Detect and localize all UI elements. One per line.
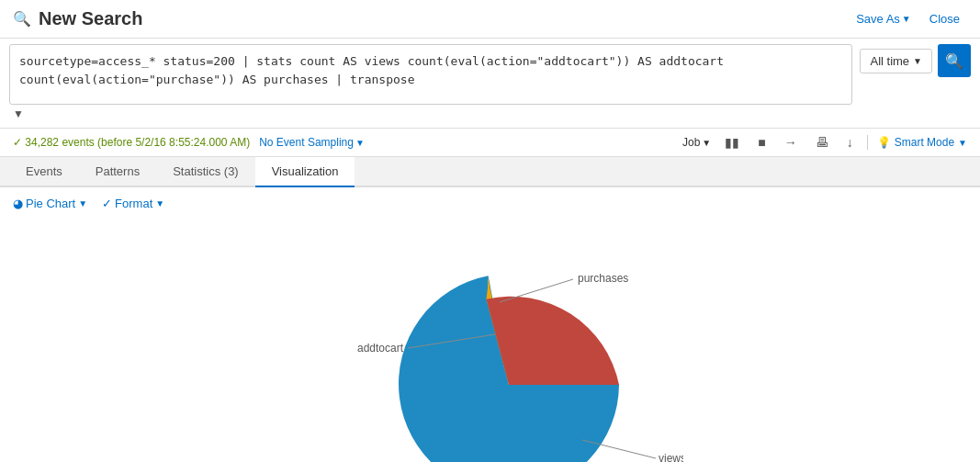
chevron-down-icon: ▼ xyxy=(902,14,911,24)
status-bar: ✓ 34,282 events (before 5/2/16 8:55:24.0… xyxy=(0,129,980,157)
purchases-label: purchases xyxy=(578,272,628,285)
top-bar-left: 🔍 New Search xyxy=(13,8,142,29)
no-event-sampling-button[interactable]: No Event Sampling ▼ xyxy=(259,136,365,149)
print-button[interactable]: 🖶 xyxy=(811,133,833,152)
search-icon: 🔍 xyxy=(13,10,31,28)
page-title: New Search xyxy=(39,8,142,29)
search-input[interactable]: sourcetype=access_* status=200 | stats c… xyxy=(9,44,852,105)
chevron-down-icon: ▼ xyxy=(913,56,922,66)
tab-statistics[interactable]: Statistics (3) xyxy=(156,157,255,187)
close-button[interactable]: Close xyxy=(922,8,967,29)
status-left: ✓ 34,282 events (before 5/2/16 8:55:24.0… xyxy=(13,136,365,149)
chevron-down-icon: ▼ xyxy=(702,138,711,148)
tabs-bar: Events Patterns Statistics (3) Visualiza… xyxy=(0,157,980,187)
divider xyxy=(867,135,868,150)
pie-chart-button[interactable]: ◕ Pie Chart ▼ xyxy=(13,197,87,210)
time-range-dropdown[interactable]: All time ▼ xyxy=(860,49,932,73)
chart-container: purchases addtocart views xyxy=(13,220,967,462)
chevron-down-icon: ▼ xyxy=(78,198,87,208)
format-icon: ✓ xyxy=(102,197,112,210)
chevron-down-icon: ▼ xyxy=(355,138,365,148)
pie-chart: purchases addtocart views xyxy=(298,238,683,462)
search-icon: 🔍 xyxy=(945,52,963,70)
viz-toolbar: ◕ Pie Chart ▼ ✓ Format ▼ xyxy=(13,197,967,210)
pause-button[interactable]: ▮▮ xyxy=(720,133,744,152)
smart-mode-button[interactable]: 💡 Smart Mode ▼ xyxy=(877,136,967,149)
collapse-button[interactable]: ▼ xyxy=(13,107,24,120)
stop-button[interactable]: ■ xyxy=(753,133,770,152)
check-icon: ✓ xyxy=(13,136,22,149)
collapse-row: ▼ xyxy=(9,105,971,122)
search-button[interactable]: 🔍 xyxy=(938,44,971,77)
search-area: sourcetype=access_* status=200 | stats c… xyxy=(0,39,980,129)
viz-area: ◕ Pie Chart ▼ ✓ Format ▼ xyxy=(0,187,980,462)
top-bar: 🔍 New Search Save As ▼ Close xyxy=(0,0,980,39)
export-button[interactable]: ↓ xyxy=(842,133,858,152)
purchases-label-line xyxy=(500,279,573,302)
slice-purchases xyxy=(486,297,619,385)
top-bar-right: Save As ▼ Close xyxy=(849,8,967,29)
job-button[interactable]: Job ▼ xyxy=(682,136,711,149)
views-label: views xyxy=(659,452,683,462)
chevron-down-icon: ▼ xyxy=(958,138,967,148)
bulb-icon: 💡 xyxy=(877,136,891,149)
pie-svg: purchases addtocart views xyxy=(298,238,683,462)
share-button[interactable]: → xyxy=(780,133,802,152)
tab-visualization[interactable]: Visualization xyxy=(255,157,355,187)
chevron-down-icon: ▼ xyxy=(155,198,164,208)
tab-events[interactable]: Events xyxy=(9,157,79,187)
addtocart-label: addtocart xyxy=(357,342,404,355)
events-count: ✓ 34,282 events (before 5/2/16 8:55:24.0… xyxy=(13,136,250,149)
status-right: Job ▼ ▮▮ ■ → 🖶 ↓ 💡 Smart Mode ▼ xyxy=(682,133,967,152)
tab-patterns[interactable]: Patterns xyxy=(79,157,156,187)
search-controls: All time ▼ 🔍 xyxy=(860,44,971,77)
save-as-button[interactable]: Save As ▼ xyxy=(849,8,918,29)
search-input-row: sourcetype=access_* status=200 | stats c… xyxy=(9,44,971,105)
format-button[interactable]: ✓ Format ▼ xyxy=(102,197,164,210)
pie-chart-icon: ◕ xyxy=(13,197,23,210)
